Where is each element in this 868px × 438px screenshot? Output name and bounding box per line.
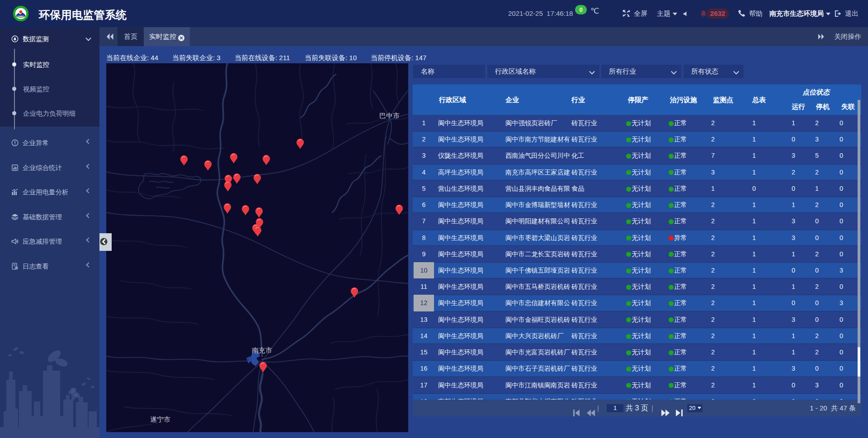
svg-text:南充市: 南充市 <box>252 346 272 354</box>
svg-text:巴中市: 巴中市 <box>379 112 400 119</box>
svg-text:遂宁市: 遂宁市 <box>150 415 170 423</box>
